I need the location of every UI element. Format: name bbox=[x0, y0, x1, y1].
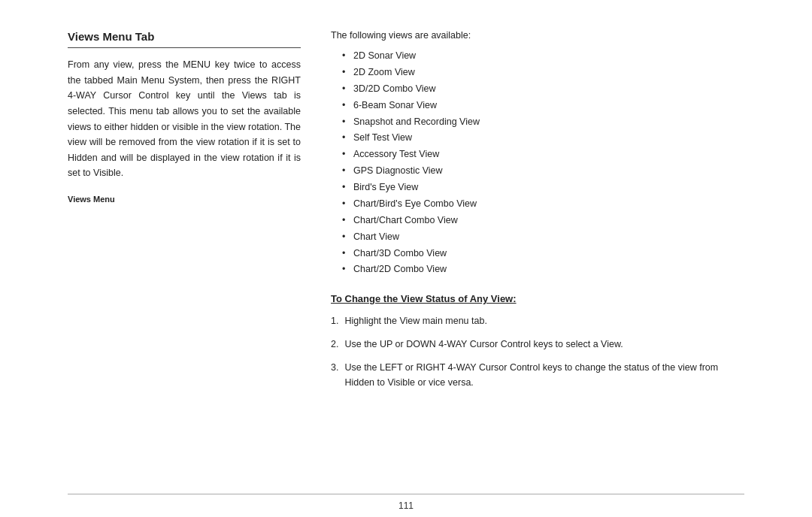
list-item: GPS Diagnostic View bbox=[353, 163, 744, 180]
step-number: 2. bbox=[331, 337, 338, 352]
step-item: 2.Use the UP or DOWN 4-WAY Cursor Contro… bbox=[331, 337, 744, 352]
list-item: 6-Beam Sonar View bbox=[353, 98, 744, 114]
caption-text: Views Menu bbox=[68, 195, 301, 204]
step-text: Highlight the View main menu tab. bbox=[344, 313, 486, 329]
list-item: Chart/2D Combo View bbox=[353, 262, 744, 278]
numbered-list: 1.Highlight the View main menu tab.2.Use… bbox=[331, 313, 744, 391]
intro-text: The following views are available: bbox=[331, 30, 744, 41]
page-footer: 111 bbox=[68, 494, 744, 517]
list-item: Self Test View bbox=[353, 130, 744, 147]
list-item: Chart View bbox=[353, 229, 744, 246]
list-item: 3D/2D Combo View bbox=[353, 81, 744, 98]
main-content: Views Menu Tab From any view, press the … bbox=[68, 30, 744, 479]
page-container: Views Menu Tab From any view, press the … bbox=[68, 0, 744, 479]
list-item: 2D Zoom View bbox=[353, 65, 744, 81]
list-item: 2D Sonar View bbox=[353, 48, 744, 65]
step-number: 1. bbox=[331, 313, 338, 329]
list-item: Accessory Test View bbox=[353, 147, 744, 163]
left-column: Views Menu Tab From any view, press the … bbox=[68, 30, 301, 479]
page-number: 111 bbox=[398, 500, 414, 511]
list-item: Chart/Bird's Eye Combo View bbox=[353, 196, 744, 213]
change-view-title: To Change the View Status of Any View: bbox=[331, 293, 744, 304]
step-text: Use the UP or DOWN 4-WAY Cursor Control … bbox=[344, 337, 623, 352]
step-item: 1.Highlight the View main menu tab. bbox=[331, 313, 744, 329]
list-item: Bird's Eye View bbox=[353, 180, 744, 196]
step-number: 3. bbox=[331, 360, 338, 391]
views-list: 2D Sonar View2D Zoom View3D/2D Combo Vie… bbox=[331, 48, 744, 278]
list-item: Chart/3D Combo View bbox=[353, 246, 744, 262]
list-item: Snapshot and Recording View bbox=[353, 114, 744, 131]
section-title: Views Menu Tab bbox=[68, 30, 301, 43]
right-column: The following views are available: 2D So… bbox=[331, 30, 744, 479]
change-view-section: To Change the View Status of Any View: 1… bbox=[331, 293, 744, 391]
list-item: Chart/Chart Combo View bbox=[353, 213, 744, 229]
body-text: From any view, press the MENU key twice … bbox=[68, 57, 301, 181]
step-item: 3.Use the LEFT or RIGHT 4-WAY Cursor Con… bbox=[331, 360, 744, 391]
step-text: Use the LEFT or RIGHT 4-WAY Cursor Contr… bbox=[344, 360, 744, 391]
divider-line bbox=[68, 47, 301, 48]
